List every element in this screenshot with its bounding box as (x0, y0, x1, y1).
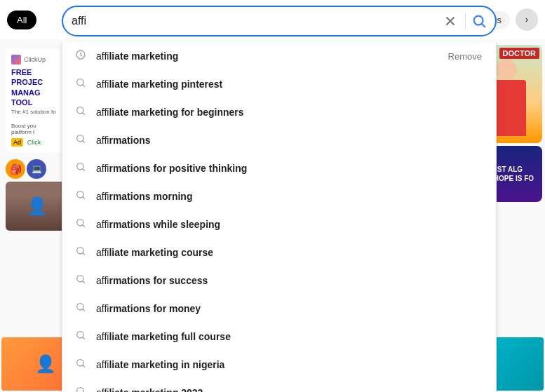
clickup-icon (11, 55, 21, 65)
suggestion-item-1[interactable]: affiliate marketing Remove (62, 42, 496, 70)
ad-desc1: Boost you (11, 123, 59, 129)
person-card: 👤 (6, 182, 69, 231)
suggestion-left-12: affiliate marketing in nigeria (74, 358, 485, 372)
suggestion-left-10: affirmations for money (74, 302, 485, 316)
suggestion-left-8: affiliate marketing course (74, 245, 485, 259)
suggestion-left-7: affirmations while sleeping (74, 217, 485, 231)
suggestion-text-10: affirmations for money (96, 303, 201, 314)
search-icon-5 (74, 161, 88, 175)
suggestion-item-7[interactable]: affirmations while sleeping (62, 210, 496, 238)
suggestion-item-13[interactable]: affiliate marketing 2022 (62, 379, 496, 392)
clear-button[interactable] (441, 12, 459, 30)
suggestion-text-5: affirmations for positive thinking (96, 163, 247, 174)
suggestion-left-3: affiliate marketing for beginners (74, 105, 485, 119)
search-icon-3 (74, 105, 88, 119)
history-icon-1 (74, 49, 88, 63)
search-icon-8 (74, 245, 88, 259)
svg-point-13 (77, 388, 83, 392)
doctor-label: DOCTOR (499, 48, 539, 59)
search-input[interactable] (72, 15, 441, 27)
remove-button-1[interactable]: Remove (445, 50, 485, 63)
suggestion-item-11[interactable]: affiliate marketing full course (62, 323, 496, 351)
suggestion-left-11: affiliate marketing full course (74, 330, 485, 344)
suggestion-text-9: affirmations for success (96, 275, 208, 286)
ad-logo: ClickUp (11, 55, 59, 65)
suggestion-item-9[interactable]: affirmations for success (62, 266, 496, 295)
ad-title: FREEPROJECMANAGTOOL (11, 67, 59, 107)
ad-desc2: platform t (11, 129, 59, 135)
search-icon-4 (74, 133, 88, 147)
search-icon-6 (74, 189, 88, 203)
suggestion-text-1: affiliate marketing (96, 50, 178, 62)
suggestion-text-8: affiliate marketing course (96, 247, 213, 258)
suggestion-item-10[interactable]: affirmations for money (62, 295, 496, 323)
ad-sub: The #1 solution fo (11, 109, 59, 115)
search-icon-12 (74, 358, 88, 372)
ad-card: ClickUp FREEPROJECMANAGTOOL The #1 solut… (6, 49, 65, 152)
search-icon-11 (74, 330, 88, 344)
suggestion-item-12[interactable]: affiliate marketing in nigeria (62, 351, 496, 379)
suggestion-left-13: affiliate marketing 2022 (74, 386, 485, 392)
suggestion-item-6[interactable]: affirmations morning (62, 182, 496, 210)
ad-badge: Ad (11, 138, 23, 147)
search-icon-10 (74, 302, 88, 316)
nav-all-pill[interactable]: All (7, 11, 36, 29)
suggestion-text-2: affiliate marketing pinterest (96, 79, 222, 90)
suggestion-text-13: affiliate marketing 2022 (96, 387, 203, 392)
suggestion-text-3: affiliate marketing for beginners (96, 107, 244, 118)
suggestion-text-6: affirmations morning (96, 191, 192, 202)
search-icon-9 (74, 273, 88, 288)
search-icon-2 (74, 77, 88, 91)
suggestion-item-8[interactable]: affiliate marketing course (62, 238, 496, 266)
suggestion-left-9: affirmations for success (74, 273, 485, 288)
person-icon: 💻 (27, 159, 46, 179)
bag-icon: 🎒 (6, 159, 25, 179)
suggestion-text-11: affiliate marketing full course (96, 331, 231, 342)
search-button[interactable] (471, 13, 487, 29)
search-container: affiliate marketing Remove affiliate mar… (62, 6, 524, 36)
search-icon-13 (74, 386, 88, 392)
search-bar (62, 6, 497, 36)
suggestion-item-4[interactable]: affirmations (62, 126, 496, 154)
suggestion-left-2: affiliate marketing pinterest (74, 77, 485, 91)
suggestion-left-1: affiliate marketing (74, 49, 445, 63)
left-icons-row: 🎒 💻 (6, 159, 65, 179)
suggestions-dropdown: affiliate marketing Remove affiliate mar… (62, 42, 497, 392)
search-divider (465, 13, 466, 29)
suggestion-item-5[interactable]: affirmations for positive thinking (62, 154, 496, 182)
ad-url: Click (27, 139, 41, 146)
suggestion-left-5: affirmations for positive thinking (74, 161, 485, 175)
suggestion-text-7: affirmations while sleeping (96, 219, 220, 230)
ad-brand: ClickUp (24, 56, 46, 63)
suggestion-item-3[interactable]: affiliate marketing for beginners (62, 98, 496, 126)
suggestion-left-6: affirmations morning (74, 189, 485, 203)
suggestion-left-4: affirmations (74, 133, 485, 147)
suggestion-item-2[interactable]: affiliate marketing pinterest (62, 70, 496, 98)
search-icon-7 (74, 217, 88, 231)
suggestion-text-12: affiliate marketing in nigeria (96, 359, 224, 370)
suggestion-text-4: affirmations (96, 135, 151, 146)
